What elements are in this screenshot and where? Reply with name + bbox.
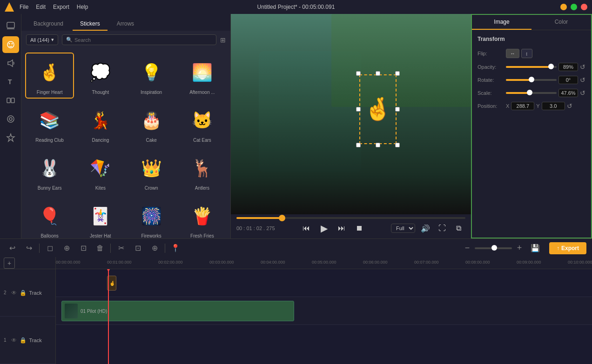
pip-button[interactable]: ⧉ (452, 222, 465, 235)
handle-ml[interactable] (356, 107, 361, 112)
stickers-icon[interactable] (2, 36, 19, 53)
handle-bl[interactable] (356, 143, 361, 147)
opacity-slider[interactable] (506, 66, 557, 68)
pos-y-value[interactable]: 3.0 (542, 102, 565, 110)
sticker-afternoon[interactable]: 🌅 Afternoon ... (178, 53, 227, 99)
minimize-button[interactable] (560, 4, 567, 10)
sticker-antlers[interactable]: 🦌 Antlers (178, 148, 227, 194)
transition-icon[interactable] (2, 92, 19, 109)
menu-help[interactable]: Help (77, 4, 88, 10)
skip-forward-button[interactable]: ⏭ (335, 222, 348, 235)
handle-mr[interactable] (395, 107, 400, 112)
sticker-fresh-fries[interactable]: 🍟 Fresh Fries (178, 196, 227, 238)
zoom-thumb[interactable] (491, 245, 497, 251)
inspiration-icon: 💡 (135, 56, 168, 89)
svg-point-4 (11, 43, 13, 45)
tab-stickers[interactable]: Stickers (73, 18, 108, 31)
sticker-jester-hat[interactable]: 🃏 Jester Hat (76, 196, 125, 238)
sticker-bunny-ears[interactable]: 🐰 Bunny Ears (25, 148, 74, 194)
sticker-fireworks[interactable]: 🎆 Fireworks (127, 196, 176, 238)
active-sticker-overlay[interactable]: 🤞 (359, 74, 397, 144)
play-button[interactable]: ▶ (317, 222, 330, 235)
fireworks-icon: 🎆 (135, 200, 168, 232)
rotate-reset-button[interactable]: ↺ (580, 76, 585, 84)
save-button[interactable]: 💾 (529, 242, 542, 255)
volume-button[interactable]: 🔊 (419, 222, 432, 235)
playhead[interactable] (108, 269, 109, 364)
sticker-inspiration[interactable]: 💡 Inspiration (127, 53, 176, 99)
scale-slider[interactable] (506, 92, 557, 94)
sticker-crown[interactable]: 👑 Crown (127, 148, 176, 194)
add-clip2-button[interactable]: ⊡ (77, 242, 90, 255)
tab-background[interactable]: Background (26, 18, 71, 31)
sticker-thought[interactable]: 💭 Thought (76, 53, 125, 99)
zoom-in-button[interactable]: + (514, 243, 525, 254)
menu-edit[interactable]: Edit (36, 4, 46, 10)
undo-button[interactable]: ↩ (6, 242, 19, 255)
zoom-slider[interactable] (475, 247, 512, 249)
handle-tm[interactable] (376, 71, 380, 76)
menu-export[interactable]: Export (53, 4, 69, 10)
skip-back-button[interactable]: ⏮ (300, 222, 313, 235)
handle-bm[interactable] (376, 143, 380, 147)
flip-vertical-button[interactable]: ↕ (521, 49, 532, 58)
track2-eye-icon[interactable]: 👁 (11, 290, 17, 296)
grid-view-icon[interactable]: ⊞ (220, 36, 226, 44)
tab-image[interactable]: Image (472, 15, 531, 30)
pos-x-value[interactable]: 288.7 (511, 102, 534, 110)
menu-file[interactable]: File (20, 4, 28, 10)
delete-button[interactable]: 🗑 (94, 242, 107, 255)
close-button[interactable] (581, 4, 587, 10)
effects-icon[interactable] (2, 129, 19, 146)
zoom-out-button[interactable]: − (462, 243, 473, 254)
scale-reset-button[interactable]: ↺ (580, 89, 585, 97)
opacity-reset-button[interactable]: ↺ (580, 63, 585, 71)
add-track-button[interactable]: + (4, 258, 15, 269)
redo-button[interactable]: ↪ (22, 242, 35, 255)
track-labels: + 2 👁 🔒 Track 1 👁 🔒 Track (0, 257, 56, 364)
track1-eye-icon[interactable]: 👁 (11, 337, 17, 344)
track2-lock-icon[interactable]: 🔒 (20, 290, 27, 296)
position-reset-button[interactable]: ↺ (567, 102, 572, 110)
crop-button[interactable]: ⊡ (131, 242, 144, 255)
transform-title: Transform (478, 36, 585, 42)
sticker-cake[interactable]: 🎂 Cake (127, 100, 176, 146)
sticker-balloons[interactable]: 🎈 Balloons (25, 196, 74, 238)
progress-bar[interactable] (236, 217, 465, 219)
rotate-slider[interactable] (506, 79, 557, 81)
sticker-cat-ears[interactable]: 🐱 Cat Ears (178, 100, 227, 146)
video-clip-1[interactable]: 01 Pilot (HD) (61, 301, 294, 321)
handle-br[interactable] (395, 143, 400, 147)
position-row: Position: X 288.7 Y 3.0 ↺ (478, 102, 585, 110)
quality-select[interactable]: Full (391, 224, 415, 233)
panel-tabs: Background Stickers Arrows (21, 14, 230, 31)
text-icon[interactable]: T (2, 73, 19, 90)
tab-color[interactable]: Color (531, 15, 591, 30)
sticker-reading-club[interactable]: 📚 Reading Club (25, 100, 74, 146)
select-tool-button[interactable]: ◻ (43, 242, 56, 255)
cut-button[interactable]: ✂ (114, 242, 128, 255)
window-controls (560, 4, 587, 10)
sticker-dancing[interactable]: 💃 Dancing (76, 100, 125, 146)
category-dropdown[interactable]: All (144) ▾ (26, 34, 58, 45)
marker-button[interactable]: 📍 (169, 242, 182, 255)
export-button[interactable]: ↑ Export (549, 242, 586, 254)
media-icon[interactable] (2, 18, 19, 34)
sticker-finger-heart[interactable]: 🤞 Finger Heart (25, 53, 74, 99)
copy-button[interactable]: ⊕ (148, 242, 161, 255)
handle-tl[interactable] (356, 71, 361, 76)
fullscreen-button[interactable]: ⛶ (436, 222, 449, 235)
sticker-kites[interactable]: 🪁 Kites (76, 148, 125, 194)
tab-arrows[interactable]: Arrows (109, 18, 141, 31)
add-clip-button[interactable]: ⊕ (60, 242, 73, 255)
flip-horizontal-button[interactable]: ↔ (506, 49, 519, 58)
filter-icon[interactable] (2, 111, 19, 127)
stop-button[interactable]: ⏹ (353, 222, 366, 235)
opacity-value: 89% (558, 63, 578, 71)
track2-name: Track (29, 290, 42, 296)
search-input[interactable] (74, 37, 212, 43)
handle-tr[interactable] (395, 71, 400, 76)
audio-icon[interactable] (2, 55, 19, 72)
track1-lock-icon[interactable]: 🔒 (20, 337, 27, 344)
maximize-button[interactable] (571, 4, 577, 10)
